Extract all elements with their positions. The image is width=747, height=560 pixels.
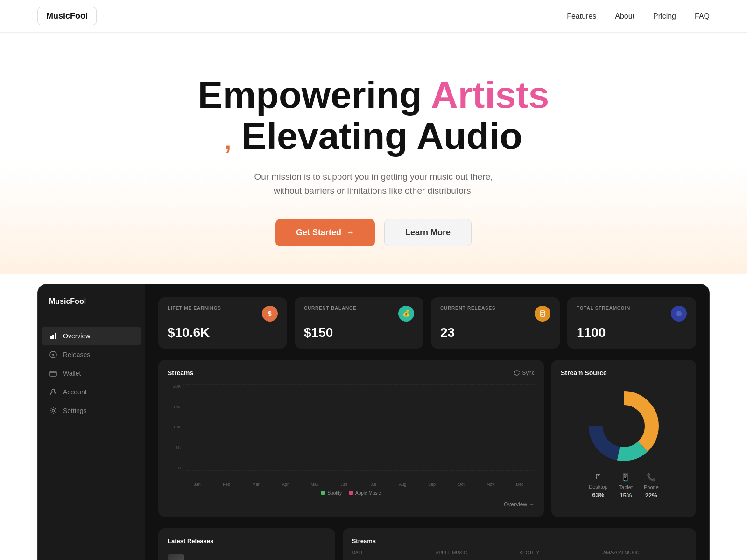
hero-comma: , <box>225 128 231 154</box>
legend-apple: Apple Music <box>349 490 381 496</box>
nav-faq[interactable]: FAQ <box>695 12 710 21</box>
sidebar-item-wallet[interactable]: Wallet <box>38 364 145 383</box>
apple-dot <box>349 491 353 495</box>
sync-button[interactable]: Sync <box>514 370 535 376</box>
streamcoin-icon <box>671 306 687 322</box>
nav-logo: MusicFool <box>37 7 97 25</box>
month-labels: Jan Feb Mar Apr May Jun Jul Aug Sep Oct … <box>183 482 535 487</box>
chart-footer: Overview → <box>168 501 535 508</box>
hero-subtitle: Our mission is to support you in getting… <box>243 170 504 198</box>
sync-label: Sync <box>522 370 535 376</box>
overview-link-label: Overview <box>504 501 527 508</box>
nav-about[interactable]: About <box>615 12 634 21</box>
sidebar-item-wallet-label: Wallet <box>63 370 81 377</box>
svg-point-13 <box>606 408 641 444</box>
source-phone-pct: 22% <box>645 492 657 499</box>
bars-container <box>183 400 535 477</box>
navigation: MusicFool Features About Pricing FAQ <box>0 0 747 33</box>
overview-icon <box>49 332 57 340</box>
desktop-icon: 🖥 <box>594 473 602 481</box>
sidebar-item-releases[interactable]: Releases <box>38 345 145 364</box>
hero-heading: Empowering Artists , Elevating Audio <box>19 75 728 157</box>
hero-artists: Artists <box>431 74 549 116</box>
arrow-icon: → <box>346 228 354 238</box>
sidebar: MusicFool Overview Releases Wallet <box>38 284 145 560</box>
hero-section: Empowering Artists , Elevating Audio Our… <box>0 33 747 274</box>
svg-rect-8 <box>540 311 545 316</box>
nav-pricing[interactable]: Pricing <box>653 12 676 21</box>
svg-point-9 <box>676 311 682 316</box>
stat-earnings-label: LIFETIME EARNINGS <box>168 306 221 311</box>
col-amazon: Amazon Music <box>603 550 687 555</box>
stat-balance-value: $150 <box>304 325 414 340</box>
stat-streamcoin-value: 1100 <box>577 325 687 340</box>
settings-icon <box>49 406 57 415</box>
legend-spotify-label: Spotify <box>327 490 342 496</box>
sidebar-item-account[interactable]: Account <box>38 383 145 401</box>
get-started-button[interactable]: Get Started → <box>275 219 375 246</box>
learn-more-button[interactable]: Learn More <box>384 219 472 246</box>
stat-releases-value: 23 <box>440 325 550 340</box>
account-icon <box>49 388 57 396</box>
wallet-icon <box>49 369 57 378</box>
stat-card-earnings: LIFETIME EARNINGS $ $10.6K <box>158 297 287 349</box>
tablet-icon: 📱 <box>621 473 630 482</box>
sidebar-item-overview-label: Overview <box>63 332 90 340</box>
sidebar-item-account-label: Account <box>63 388 87 396</box>
dashboard-wrapper: MusicFool Overview Releases Wallet <box>37 284 710 560</box>
col-date: Date <box>352 550 436 555</box>
source-phone-label: Phone <box>644 484 659 490</box>
svg-point-7 <box>52 409 55 412</box>
bottom-row: Latest Releases Acid Streams Date Apple … <box>158 528 696 560</box>
balance-icon: 💰 <box>398 306 414 322</box>
releases-icon <box>49 350 57 359</box>
stat-card-balance: CURRENT BALANCE 💰 $150 <box>295 297 423 349</box>
stat-balance-label: CURRENT BALANCE <box>304 306 357 311</box>
release-thumbnail <box>168 554 184 560</box>
source-tablet: 📱 Tablet 15% <box>619 473 633 499</box>
arrow-right-icon: → <box>529 501 535 508</box>
legend-apple-label: Apple Music <box>355 490 381 496</box>
svg-point-4 <box>52 354 54 356</box>
releases-stat-icon <box>535 306 550 322</box>
donut-chart <box>586 389 661 463</box>
streams-table-title: Streams <box>352 538 687 545</box>
stat-card-streamcoin: TOTAL STREAMCOIN 1100 <box>567 297 696 349</box>
stat-earnings-value: $10.6K <box>168 325 278 340</box>
release-item: Acid <box>168 550 326 560</box>
col-spotify: Spotify <box>519 550 603 555</box>
stat-card-releases: CURRENT RELEASES 23 <box>431 297 560 349</box>
svg-rect-0 <box>50 336 52 339</box>
nav-features[interactable]: Features <box>567 12 596 21</box>
overview-link[interactable]: Overview → <box>504 501 535 508</box>
stream-source-legend: 🖥 Desktop 63% 📱 Tablet 15% 📞 <box>589 473 659 499</box>
svg-point-6 <box>52 389 55 392</box>
hero-buttons: Get Started → Learn More <box>19 219 728 246</box>
source-desktop: 🖥 Desktop 63% <box>589 473 607 499</box>
sidebar-item-overview[interactable]: Overview <box>42 327 141 345</box>
source-tablet-pct: 15% <box>620 492 632 499</box>
stream-source-title: Stream Source <box>561 369 607 377</box>
donut-section: 🖥 Desktop 63% 📱 Tablet 15% 📞 <box>561 384 687 499</box>
streams-table-card: Streams Date Apple Music Spotify Amazon … <box>343 528 696 560</box>
spotify-dot <box>321 491 325 495</box>
streams-chart-title: Streams <box>168 369 193 377</box>
phone-icon: 📞 <box>647 473 656 482</box>
dashboard: MusicFool Overview Releases Wallet <box>38 284 709 560</box>
svg-rect-1 <box>52 335 54 339</box>
hero-line1: Empowering Artists <box>198 74 550 116</box>
source-desktop-label: Desktop <box>589 484 607 490</box>
latest-releases-card-title: Latest Releases <box>168 538 326 545</box>
main-content: LIFETIME EARNINGS $ $10.6K CURRENT BALAN… <box>145 284 709 560</box>
legend-spotify: Spotify <box>321 490 342 496</box>
source-phone: 📞 Phone 22% <box>644 473 659 499</box>
svg-rect-5 <box>50 371 56 376</box>
streams-chart-card: Streams Sync 20K 15K 10K 5K <box>158 360 544 517</box>
bar-chart: 20K 15K 10K 5K 0 <box>168 384 535 487</box>
source-tablet-label: Tablet <box>619 484 633 490</box>
sidebar-item-settings-label: Settings <box>63 407 87 414</box>
sidebar-item-settings[interactable]: Settings <box>38 401 145 420</box>
stream-source-card: Stream Source <box>551 360 696 517</box>
sidebar-logo: MusicFool <box>38 297 145 319</box>
streams-table-header: Date Apple Music Spotify Amazon Music <box>352 550 687 555</box>
